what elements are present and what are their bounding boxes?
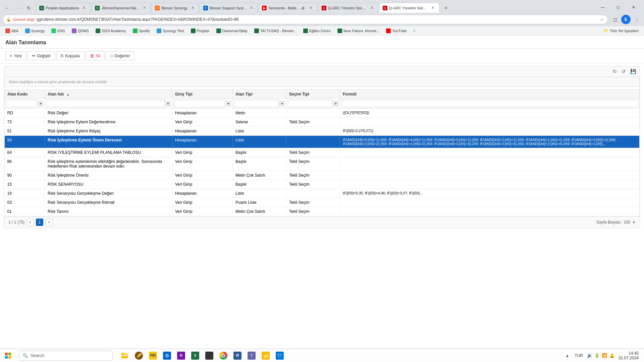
taskbar-expand-btn[interactable]: ▲ [564,352,571,359]
table-row[interactable]: 03Risk Senaryosu Gerçekleşme İhtimaliVer… [5,198,640,207]
bookmark-ens[interactable]: ENS [49,27,68,34]
bookmark-2023academy[interactable]: 2023 Academy [93,27,129,34]
bookmark-folder[interactable]: 📁 Tüm Yer İşaretleri [601,27,641,34]
col-header-formul[interactable]: Formül [340,90,640,99]
back-btn[interactable]: ← [3,3,12,13]
bookmark-eba[interactable]: eBA [3,27,21,34]
filter-formul[interactable] [341,100,638,107]
table-row[interactable]: 19Risk Senaryosu Gerçekleşme DeğeriHesap… [5,189,640,198]
col-header-alan-tipi[interactable]: Alan Tipi [233,90,286,99]
taskbar-app-chrome[interactable] [217,349,230,362]
filter-alan-adi[interactable] [46,100,165,107]
bookmark-more[interactable]: » [412,28,418,34]
close-button[interactable]: ✕ [626,2,641,13]
bookmark-youtube[interactable]: YouTube [383,27,409,34]
taskbar-app-onenote[interactable]: N [174,349,188,362]
col-header-secim-tipi[interactable]: Seçim Tipi [286,90,340,99]
filter-icon-secim-tipi[interactable]: ▼ [333,101,338,107]
tab-close-synergy[interactable]: ✕ [190,5,195,11]
taskbar-app-browser[interactable] [118,349,131,362]
taskbar-app-excel[interactable]: X [189,349,202,362]
bookmark-synergy[interactable]: Synergy [22,27,47,34]
filter-icon-alan-kodu[interactable]: ▼ [38,101,43,107]
filter-alan-tipi[interactable] [234,100,279,107]
table-action-refresh-icon[interactable]: ↻ [612,68,618,75]
table-row[interactable]: RDRisk DeğeriHesaplananMetin([OL]*[FR]*[… [5,109,640,118]
table-row[interactable]: 15RİSK SENARYOSUVeri GirişiBaşlıkTekli S… [5,180,640,189]
extensions-button[interactable]: ◫ [610,15,620,24]
table-action-reset-icon[interactable]: ↺ [621,68,627,75]
page-size-dropdown-icon[interactable]: ▼ [632,221,636,224]
tab-close-qgrc2[interactable]: ✕ [430,5,436,11]
page-number-1[interactable]: 1 [36,219,43,226]
table-row[interactable]: 01Risk TanımıVeri GirişiMetin Çok Satırl… [5,207,640,216]
table-row[interactable]: 90Risk İyileştirme ÖnerisiVeri GirişiMet… [5,171,640,180]
bookmark-synergy-test[interactable]: Synergy Test [154,27,186,34]
taskbar-app-pbi[interactable]: PBI [146,349,160,362]
reload-btn[interactable]: ↻ [24,3,34,13]
filter-icon-giris-tipi[interactable]: ▼ [226,101,231,107]
tab-qgrc1[interactable]: Q Q-GRC Yönetim Siste... ✕ [318,3,378,13]
filter-icon-alan-adi[interactable]: ▼ [165,101,171,107]
col-header-giris-tipi[interactable]: Giriş Tipi [172,90,233,99]
minimize-button[interactable]: — [595,2,610,13]
volume-icon[interactable]: 🔊 [587,353,592,358]
battery-icon[interactable]: 🔋 [594,353,600,358]
table-row[interactable]: 73Risk İyileştirme Eylemi DeğerlendirmeV… [5,118,640,127]
new-tab-button[interactable]: + [441,3,451,13]
tab-bimser-synergy[interactable]: B Bimser Synergy ✕ [151,3,199,13]
tab-projeler[interactable]: X Projeler Applications ✕ [36,3,91,13]
edit-button[interactable]: ✏ Değiştir [28,51,55,60]
tab-close-support[interactable]: ✕ [249,5,254,11]
start-button[interactable] [0,349,16,362]
taskbar-app-teams[interactable]: T [245,349,258,362]
tab-bimser-support[interactable]: B Bimser Support Syst... ✕ [200,3,258,13]
wifi-icon[interactable]: 📶 [602,353,607,358]
tab-close-qgrc1[interactable]: ✕ [369,5,375,11]
bookmark-tai[interactable]: TAİ TUSAŞ - Bimser... [252,27,299,34]
tab-close-projeler[interactable]: ✕ [82,5,87,11]
restore-button[interactable]: ◻ [610,2,626,13]
delete-button[interactable]: 🗑 Sil [86,51,105,60]
table-row[interactable]: 51Risk İyileştirme Eylemi İhtiyaçHesapla… [5,127,640,136]
prev-page-btn[interactable]: < [26,219,34,226]
tab-qgrc2[interactable]: Q Q-GRC Yönetim Siste... ✕ [379,3,439,13]
table-row[interactable]: 86Risk iyileştirme eylemlerinin etkinliğ… [5,157,640,171]
address-bar[interactable]: 🔓 Güvenli değil qgrcdemo.bimser.com.tr/Q… [3,15,608,24]
tab-close-semicenk[interactable]: ✕ [308,5,314,11]
filter-secim-tipi[interactable] [288,100,332,107]
filter-alan-kodu[interactable] [6,100,37,107]
bookmark-ilave[interactable]: İlave Fatura. Hizmet... [335,27,382,34]
taskbar-search-bar[interactable]: 🔍 Search [19,351,113,361]
bookmark-spotify[interactable]: Spotify [130,27,153,34]
tab-semicenk[interactable]: ▶ Semicenk - Batık... 🔊 ✕ [258,3,317,13]
new-button[interactable]: + Yeni [5,51,26,60]
forward-btn[interactable]: → [13,3,23,13]
taskbar-app-folder[interactable]: 📁 [259,349,272,362]
copy-button[interactable]: ⎘ Kopyala [56,51,84,60]
menu-button[interactable]: ⋮ [632,15,641,24]
filter-icon-alan-tipi[interactable]: ▼ [279,101,285,107]
tab-bimser-danisma[interactable]: X -BimserDanismanTak... ✕ [91,3,151,13]
next-page-btn[interactable]: > [45,219,53,226]
taskbar-app-corndog[interactable]: 🌽 [132,349,146,362]
notifications-icon[interactable]: 🔔 [609,353,614,358]
col-header-alan-adi[interactable]: Alan Adı ▲ [45,90,172,99]
taskbar-app-shield[interactable]: 🛡 [273,349,286,362]
bookmark-egitim[interactable]: Eğitim Görev [301,27,333,34]
col-header-alan-kodu[interactable]: Alan Kodu [5,90,45,99]
values-button[interactable]: □ Değerler [106,51,135,60]
taskbar-app-word[interactable]: W [231,349,244,362]
table-row[interactable]: 64RİSK İYİLEŞTİRME EYLEMİ PLANLAMA TABLO… [5,148,640,157]
profile-button[interactable]: E [621,15,631,24]
taskbar-app-black[interactable] [203,349,216,362]
star-icon[interactable]: ☆ [600,17,604,22]
taskbar-app-settings[interactable]: ⚙ [160,349,174,362]
bookmark-qdms[interactable]: QDMS [69,27,92,34]
bookmark-danisma[interactable]: DanismanTakip [214,27,250,34]
tab-close-danisma[interactable]: ✕ [142,5,147,11]
table-action-export-icon[interactable]: 💾 [629,68,637,75]
filter-giris-tipi[interactable] [174,100,225,107]
bookmark-projeler[interactable]: Projeler [188,27,212,34]
table-row[interactable]: 50Risk İyileştirme Eylemi Önem DerecesiH… [5,136,640,148]
